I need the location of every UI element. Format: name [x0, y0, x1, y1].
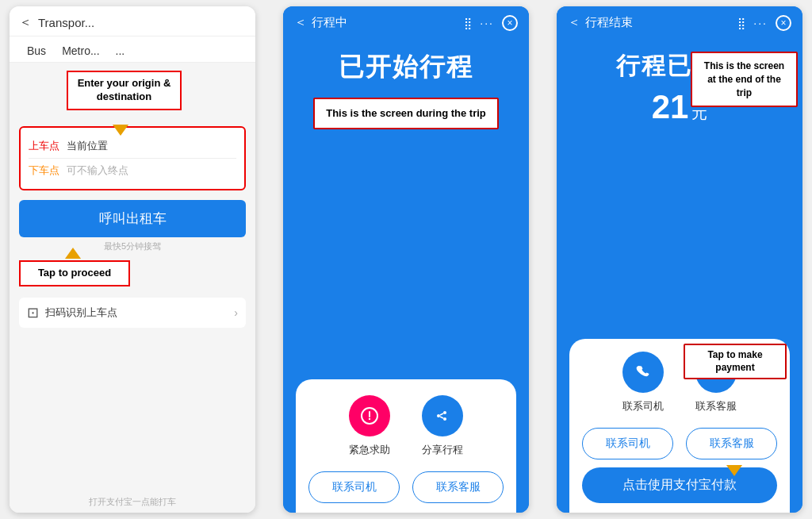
annotation-arrow-down	[113, 125, 128, 136]
destination-row[interactable]: 下车点 可不输入终点	[29, 159, 236, 183]
driver-phone-icon	[622, 352, 664, 393]
contact-driver-label: 联系司机	[622, 399, 664, 413]
screen3-more-icon[interactable]: ···	[753, 17, 768, 29]
share-label: 分享行程	[422, 443, 463, 457]
screen3-close-button[interactable]: ×	[776, 15, 791, 31]
screen2-white-panel: 紧急求助 分享行程	[296, 379, 516, 513]
fare-amount: 21	[652, 88, 689, 126]
share-trip-button[interactable]: 分享行程	[422, 395, 463, 457]
scan-icon: ⊡	[27, 304, 39, 321]
origin-label: 上车点	[29, 139, 60, 153]
screen3-back-icon[interactable]: ＜	[568, 14, 580, 31]
screen2-during-trip: ＜ 行程中 ⣿ ··· × 已开始行程 This is the screen d…	[283, 6, 529, 513]
annotation-enter-destination: Enter your origin & destination	[67, 71, 182, 110]
screen3-contact-btns: 联系司机 联系客服	[582, 428, 777, 459]
annotation-end-trip: This is the screen at the end of the tri…	[691, 52, 798, 107]
annotation-tap-proceed: Tap to proceed	[19, 260, 130, 286]
more-options-icon[interactable]: ···	[480, 17, 494, 29]
screen1-tabs: Bus Metro... ...	[10, 37, 255, 63]
annotation-tap-payment: Tap to make payment	[684, 344, 787, 379]
tap-proceed-arrow-up	[65, 248, 81, 259]
origin-value: 当前位置	[67, 139, 108, 153]
scan-label: 扫码识别上车点	[45, 306, 234, 320]
pay-button[interactable]: 点击使用支付宝付款	[582, 467, 777, 503]
screen2-back-icon[interactable]: ＜	[294, 14, 307, 31]
payment-arrow-down	[726, 465, 742, 476]
contact-service-button[interactable]: 联系客服	[412, 471, 504, 503]
screen1-title: Transpor...	[38, 16, 94, 29]
back-arrow-icon[interactable]: ＜	[19, 14, 32, 31]
grid-icon[interactable]: ⣿	[464, 17, 472, 29]
screen2-header-right: ⣿ ··· ×	[464, 15, 518, 31]
tab-other[interactable]: ...	[108, 40, 133, 62]
chevron-right-icon: ›	[234, 306, 238, 319]
emergency-label: 紧急求助	[349, 443, 390, 457]
action-buttons: 紧急求助 分享行程	[349, 395, 463, 457]
screen1-body: Enter your origin & destination 上车点 当前位置…	[10, 63, 255, 490]
contact-buttons: 联系司机 联系客服	[308, 471, 504, 503]
input-box: 上车点 当前位置 下车点 可不输入终点	[19, 126, 246, 190]
screen3-header-left: ＜ 行程结束	[568, 14, 633, 31]
share-icon	[422, 395, 463, 436]
fastest-label: 最快5分钟接驾	[19, 240, 246, 252]
screen3-contact-driver-button[interactable]: 联系司机	[582, 428, 673, 459]
destination-label: 下车点	[29, 163, 60, 178]
screen2-header: ＜ 行程中 ⣿ ··· ×	[283, 6, 529, 37]
emergency-button[interactable]: 紧急求助	[349, 395, 390, 457]
contact-driver-button[interactable]: 联系司机	[308, 471, 400, 503]
tab-metro[interactable]: Metro...	[54, 40, 107, 62]
svg-line-4	[440, 417, 443, 418]
contact-service-label: 联系客服	[695, 399, 737, 413]
screen3-main: 行程已结束 21 元 This is the screen at the end…	[557, 37, 802, 513]
scan-row[interactable]: ⊡ 扫码识别上车点 ›	[19, 298, 246, 328]
screen3-grid-icon[interactable]: ⣿	[737, 17, 745, 29]
origin-row[interactable]: 上车点 当前位置	[29, 134, 236, 159]
screen1-taxi-booking: ＜ Transpor... Bus Metro... ... Enter you…	[10, 6, 255, 513]
screen2-header-left: ＜ 行程中	[294, 14, 347, 31]
svg-line-3	[440, 413, 443, 415]
call-taxi-button[interactable]: 呼叫出租车	[19, 200, 246, 237]
contact-driver-icon-button[interactable]: 联系司机	[622, 352, 664, 413]
main-container: ＜ Transpor... Bus Metro... ... Enter you…	[0, 0, 812, 519]
screen1-footer: 打开支付宝一点能打车	[10, 490, 255, 513]
trip-started-text: 已开始行程	[339, 52, 473, 82]
annotation-during-trip: This is the screen during the trip	[313, 98, 499, 129]
screen3-header-right: ⣿ ··· ×	[737, 15, 791, 31]
close-button[interactable]: ×	[502, 15, 518, 31]
svg-point-2	[369, 418, 370, 420]
screen1-header: ＜ Transpor...	[10, 6, 255, 37]
emergency-icon	[349, 395, 390, 436]
screen2-main: 已开始行程 This is the screen during the trip	[283, 37, 529, 513]
screen3-title: 行程结束	[585, 15, 633, 30]
screen3-white-panel: 联系司机 联系客服	[569, 339, 790, 513]
destination-placeholder: 可不输入终点	[67, 163, 128, 178]
tab-bus[interactable]: Bus	[19, 40, 54, 62]
screen3-end-trip: ＜ 行程结束 ⣿ ··· × 行程已结束 21 元 This is the sc…	[557, 6, 802, 513]
screen2-title: 行程中	[312, 15, 347, 30]
screen3-contact-service-button[interactable]: 联系客服	[686, 428, 777, 459]
screen3-header: ＜ 行程结束 ⣿ ··· ×	[557, 6, 802, 37]
